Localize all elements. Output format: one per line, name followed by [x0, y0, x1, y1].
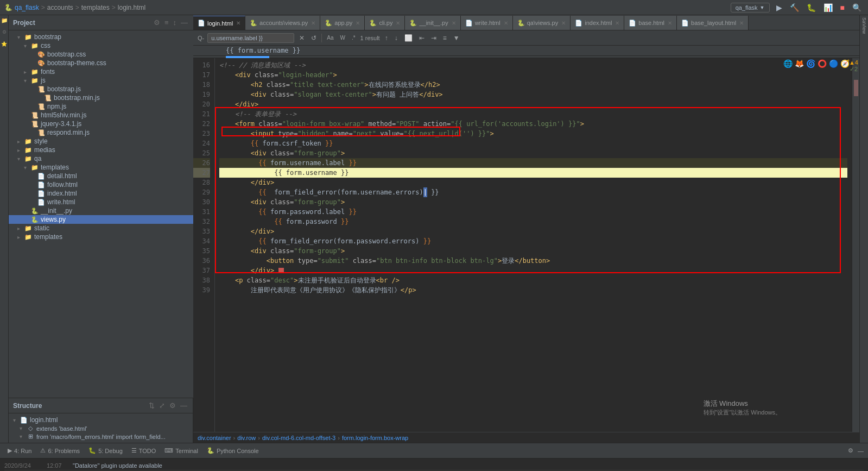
tree-item-style[interactable]: ▸ 📁 style: [9, 137, 193, 146]
tab-accounts-views[interactable]: 🐍 accounts\views.py ✕: [245, 16, 320, 30]
coverage-button[interactable]: 📊: [821, 2, 835, 13]
close-icon[interactable]: ✕: [504, 20, 508, 26]
tree-item-views-py[interactable]: 🐍 views.py: [9, 215, 193, 224]
bottom-tab-python[interactable]: 🐍 Python Console: [204, 446, 262, 455]
indent-button[interactable]: ⇤: [417, 34, 426, 42]
tab-init-py[interactable]: 🐍 __init__.py ✕: [405, 16, 460, 30]
tree-item-js[interactable]: ▾ 📁 js: [9, 76, 193, 85]
close-icon[interactable]: ✕: [356, 20, 360, 26]
tab-login-html[interactable]: 📄 login.html ✕: [193, 16, 245, 30]
close-icon[interactable]: ✕: [311, 20, 315, 26]
tree-item-templates[interactable]: ▸ 📁 templates: [9, 233, 193, 241]
project-sort-icon[interactable]: ↕: [172, 18, 178, 27]
tab-base-html[interactable]: 📄 base.html ✕: [624, 16, 677, 30]
match-case-button[interactable]: Aa: [325, 34, 335, 41]
structure-item-extends[interactable]: ▾ ◇ extends 'base.html': [11, 424, 191, 432]
firefox-icon[interactable]: 🦊: [795, 59, 804, 68]
settings-icon[interactable]: ⚙: [168, 401, 177, 410]
breadcrumb-file[interactable]: login.html: [118, 4, 145, 11]
favorites-icon-bar[interactable]: ⭐: [0, 41, 9, 50]
filter-button[interactable]: ▼: [452, 34, 461, 42]
safari-icon[interactable]: 🧭: [840, 59, 850, 68]
tree-item-fonts[interactable]: ▸ 📁 fonts: [9, 67, 193, 76]
breadcrumb-div-col[interactable]: div.col-md-6.col-md-offset-3: [262, 435, 335, 441]
debug-button[interactable]: 🐛: [804, 2, 818, 13]
structure-item-import[interactable]: ▾ ⊞ from 'macro/form_errors.html' import…: [11, 432, 191, 441]
close-icon[interactable]: ✕: [452, 20, 456, 26]
tree-item-npm-js[interactable]: 📜 npm.js: [9, 102, 193, 111]
next-result-button[interactable]: ↓: [393, 34, 400, 42]
expand-icon[interactable]: ⤢: [158, 401, 166, 410]
structure-item-loginhtml[interactable]: ▾ 📄 login.html: [11, 416, 191, 424]
breadcrumb-div-row[interactable]: div.row: [237, 435, 256, 441]
tab-write-html[interactable]: 📄 write.html ✕: [461, 16, 513, 30]
tree-item-css[interactable]: ▾ 📁 css: [9, 41, 193, 50]
tree-item-bootstrap-js[interactable]: 📜 bootstrap.js: [9, 85, 193, 93]
scroll-indicator[interactable]: [854, 80, 858, 96]
bottom-tab-run[interactable]: ▶ 4: Run: [4, 446, 35, 455]
indent2-button[interactable]: ⇥: [429, 34, 438, 42]
search-replace-button[interactable]: ↺: [309, 34, 318, 42]
tab-app-py[interactable]: 🐍 app.py ✕: [320, 16, 365, 30]
chrome-icon[interactable]: 🌐: [783, 59, 793, 68]
tree-item-follow[interactable]: 📄 follow.html: [9, 180, 193, 189]
expand-button[interactable]: ⬜: [403, 34, 414, 42]
tree-item-bootstrap-theme-css[interactable]: 🎨 bootstrap-theme.css: [9, 59, 193, 67]
close-icon[interactable]: ✕: [739, 20, 744, 26]
tree-item-bootstrap-css[interactable]: 🎨 bootstrap.css: [9, 50, 193, 59]
tree-item-write[interactable]: 📄 write.html: [9, 198, 193, 206]
tree-item-html5shiv[interactable]: 📜 html5shiv.min.js: [9, 111, 193, 120]
close-icon[interactable]: ✕: [236, 20, 240, 26]
bottom-tab-debug[interactable]: 🐛 5: Debug: [85, 446, 126, 455]
bottom-tab-todo[interactable]: ☰ TODO: [128, 446, 160, 455]
stop-button[interactable]: ■: [838, 2, 847, 13]
tree-item-bootstrap-min-js[interactable]: 📜 bootstrap.min.js: [9, 93, 193, 102]
run-button[interactable]: ▶: [774, 2, 784, 13]
sort-icon[interactable]: ⇅: [148, 401, 156, 410]
tree-item-qa[interactable]: ▾ 📁 qa: [9, 154, 193, 163]
tree-item-medias[interactable]: ▸ 📁 medias: [9, 146, 193, 154]
breadcrumb-div-container[interactable]: div.container: [198, 435, 231, 441]
close-icon[interactable]: ✕: [668, 20, 672, 26]
code-content[interactable]: <!-- // 消息通知区域 --> <div class="login-hea…: [215, 58, 852, 432]
project-icon-bar[interactable]: 📁: [0, 17, 9, 26]
breadcrumb-project[interactable]: qa_flask: [15, 4, 39, 11]
whole-word-button[interactable]: W: [338, 34, 346, 41]
tree-item-detail[interactable]: 📄 detail.html: [9, 172, 193, 180]
tree-item-jquery[interactable]: 📜 jquery-3.4.1.js: [9, 120, 193, 128]
prev-result-button[interactable]: ↑: [383, 34, 390, 42]
build-button[interactable]: 🔨: [788, 2, 801, 13]
tree-item-static[interactable]: ▸ 📁 static: [9, 224, 193, 233]
tree-item-qa-templates[interactable]: ▾ 📁 templates: [9, 163, 193, 172]
close-icon[interactable]: ✕: [561, 20, 566, 26]
tab-index-html[interactable]: 📄 index.html ✕: [571, 16, 624, 30]
structure-icon-bar[interactable]: ⚙: [0, 29, 9, 38]
minimize-icon[interactable]: —: [179, 401, 188, 410]
preserve-case-button[interactable]: ≡: [441, 34, 448, 42]
minimize-icon[interactable]: —: [858, 448, 864, 454]
breadcrumb-accounts[interactable]: accounts: [47, 4, 73, 11]
search-input[interactable]: [207, 33, 294, 43]
search-top-button[interactable]: 🔍: [850, 2, 864, 13]
tree-item-qa-init[interactable]: 🐍 __init__.py: [9, 206, 193, 215]
tree-item-respond[interactable]: 📜 respond.min.js: [9, 128, 193, 137]
tab-base-layout-html[interactable]: 📄 base_layout.html ✕: [677, 16, 749, 30]
ie-icon[interactable]: 🔵: [829, 59, 838, 68]
edge-icon[interactable]: 🌀: [806, 59, 815, 68]
bottom-tab-terminal[interactable]: ⌨ Terminal: [161, 446, 201, 455]
tab-cli-py[interactable]: 🐍 cli.py ✕: [365, 16, 405, 30]
run-config[interactable]: qa_flask ▼: [731, 3, 770, 12]
project-settings-icon[interactable]: ⚙: [153, 18, 161, 27]
saview-label[interactable]: SaView: [861, 15, 867, 36]
tab-qa-views[interactable]: 🐍 qa\views.py ✕: [513, 16, 571, 30]
breadcrumb-templates[interactable]: templates: [81, 4, 110, 11]
clear-search-button[interactable]: ✕: [297, 34, 306, 42]
settings-icon[interactable]: ⚙: [848, 447, 853, 454]
bottom-tab-problems[interactable]: ⚠ 6: Problems: [37, 446, 83, 455]
tree-item-qa-index[interactable]: 📄 index.html: [9, 189, 193, 198]
close-icon[interactable]: ✕: [396, 20, 400, 26]
code-editor[interactable]: 16 17 18 19 20 21 22 23 24 25 26 27 28 2…: [193, 58, 859, 432]
project-minimize-icon[interactable]: —: [180, 18, 189, 27]
opera-icon[interactable]: ⭕: [818, 59, 827, 68]
close-icon[interactable]: ✕: [615, 20, 619, 26]
